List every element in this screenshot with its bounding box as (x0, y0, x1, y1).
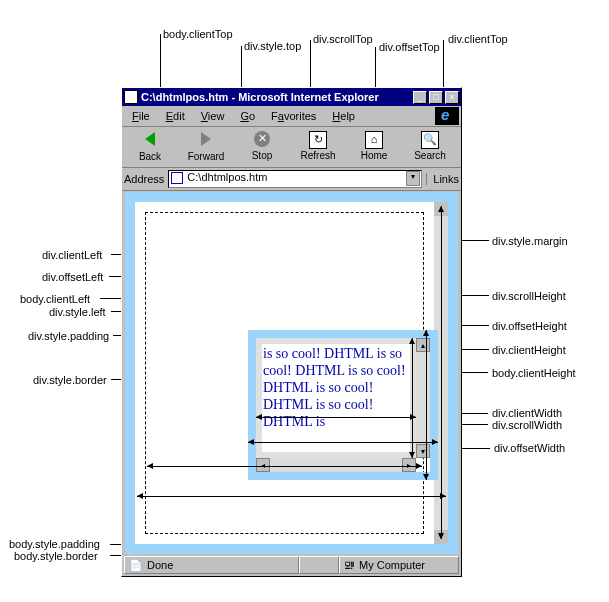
done-icon: 📄 (129, 559, 143, 572)
label-div-style-padding: div.style.padding (28, 330, 109, 342)
scroll-right-icon[interactable]: ▸ (402, 458, 416, 472)
div-content: is so cool! DHTML is so cool! DHTML is s… (262, 344, 410, 452)
menu-bar: File Edit View Go Favorites Help (122, 106, 461, 127)
menu-go[interactable]: Go (232, 110, 263, 122)
arrow-body-offsetWidth (137, 496, 446, 497)
address-dropdown-icon[interactable]: ▾ (406, 171, 420, 186)
label-div-scrollHeight: div.scrollHeight (492, 290, 566, 302)
label-div-clientHeight: div.clientHeight (492, 344, 566, 356)
zone-icon: 🖳 (344, 559, 355, 571)
menu-favorites[interactable]: Favorites (263, 110, 324, 122)
body-element: ▴ ▾ is so cool! DHTML is so cool! DHTML … (125, 192, 458, 554)
scroll-left-icon[interactable]: ◂ (256, 458, 270, 472)
app-icon (124, 90, 138, 104)
forward-button[interactable]: Forward (178, 127, 234, 167)
status-zone: 🖳 My Computer (339, 556, 459, 574)
label-div-style-top: div.style.top (244, 40, 301, 52)
label-div-offsetWidth: div.offsetWidth (494, 442, 565, 454)
label-body-style-border: body.style.border (14, 550, 98, 562)
label-body-clientHeight: body.clientHeight (492, 367, 576, 379)
menu-file[interactable]: File (124, 110, 158, 122)
label-div-clientTop: div.clientTop (448, 33, 508, 45)
arrow-div-clientWidth (256, 417, 416, 418)
label-div-scrollWidth: div.scrollWidth (492, 419, 562, 431)
ie-logo-icon (435, 107, 459, 125)
scroll-up-icon[interactable]: ▴ (416, 338, 430, 352)
address-bar: Address C:\dhtmlpos.htm ▾ Links (122, 168, 461, 191)
arrow-body-clientWidth (147, 466, 422, 467)
refresh-button[interactable]: ↻Refresh (290, 127, 346, 167)
status-bar: 📄 Done 🖳 My Computer (124, 556, 459, 574)
label-div-clientLeft: div.clientLeft (42, 249, 102, 261)
menu-view[interactable]: View (193, 110, 233, 122)
div-hscrollbar[interactable]: ◂ ▸ (256, 458, 416, 472)
menu-edit[interactable]: Edit (158, 110, 193, 122)
scroll-down-icon[interactable]: ▾ (416, 444, 430, 458)
label-body-clientTop: body.clientTop (163, 28, 233, 40)
links-label[interactable]: Links (426, 173, 459, 185)
search-button[interactable]: 🔍Search (402, 127, 458, 167)
address-label: Address (124, 173, 164, 185)
address-input[interactable]: C:\dhtmlpos.htm ▾ (168, 170, 422, 188)
page-icon (171, 172, 183, 184)
status-spacer (299, 556, 339, 574)
label-div-offsetLeft: div.offsetLeft (42, 271, 103, 283)
label-div-style-left: div.style.left (49, 306, 106, 318)
minimize-button[interactable]: _ (413, 91, 427, 104)
home-button[interactable]: ⌂Home (346, 127, 402, 167)
menu-help[interactable]: Help (324, 110, 363, 122)
diagram-stage: body.clientTop div.style.top div.scrollT… (0, 0, 609, 602)
label-div-style-border: div.style.border (33, 374, 107, 386)
close-button[interactable]: × (445, 91, 459, 104)
label-body-style-padding: body.style.padding (9, 538, 100, 550)
title-bar: C:\dhtmlpos.htm - Microsoft Internet Exp… (122, 88, 461, 106)
toolbar: Back Forward ✕Stop ↻Refresh ⌂Home 🔍Searc… (122, 127, 461, 168)
label-div-clientWidth: div.clientWidth (492, 407, 562, 419)
label-div-offsetHeight: div.offsetHeight (492, 320, 567, 332)
arrow-div-offsetWidth (248, 442, 438, 443)
address-value: C:\dhtmlpos.htm (187, 171, 267, 183)
back-button[interactable]: Back (122, 127, 178, 167)
status-done: 📄 Done (124, 556, 299, 574)
label-div-offsetTop: div.offsetTop (379, 41, 440, 53)
div-vscrollbar[interactable]: ▴ ▾ (416, 338, 430, 458)
arrow-div-offsetHeight (426, 330, 427, 480)
arrow-body-clientHeight (441, 206, 442, 539)
stop-button[interactable]: ✕Stop (234, 127, 290, 167)
label-div-style-margin: div.style.margin (492, 235, 568, 247)
maximize-button[interactable]: □ (429, 91, 443, 104)
label-div-scrollTop: div.scrollTop (313, 33, 373, 45)
ie-window: C:\dhtmlpos.htm - Microsoft Internet Exp… (121, 87, 462, 577)
arrow-div-clientHeight (412, 338, 413, 458)
label-body-clientLeft: body.clientLeft (20, 293, 90, 305)
window-title: C:\dhtmlpos.htm - Microsoft Internet Exp… (141, 91, 411, 103)
